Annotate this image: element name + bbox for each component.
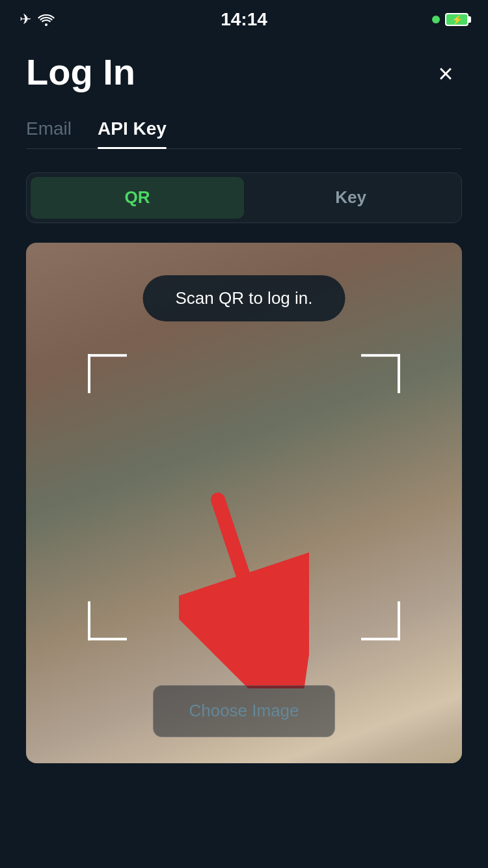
- corner-tl: [88, 354, 127, 393]
- close-button[interactable]: ×: [429, 57, 462, 90]
- page-title: Log In: [26, 52, 135, 92]
- scan-prompt-text: Scan QR to log in.: [176, 288, 313, 308]
- main-content: Log In × Email API Key QR Key Scan QR to…: [0, 39, 488, 763]
- status-bar: ✈ 14:14 ⚡: [0, 0, 488, 39]
- toggle-qr[interactable]: QR: [31, 177, 244, 219]
- status-time: 14:14: [221, 9, 267, 30]
- status-right-icons: ⚡: [432, 13, 468, 26]
- tab-api-key[interactable]: API Key: [98, 118, 167, 148]
- signal-dot: [432, 16, 440, 23]
- svg-marker-3: [218, 636, 270, 682]
- scan-prompt-pill: Scan QR to log in.: [143, 275, 346, 321]
- corner-tr: [361, 354, 400, 393]
- qr-key-toggle: QR Key: [26, 172, 462, 223]
- svg-point-0: [45, 23, 47, 26]
- wifi-icon: [38, 13, 55, 26]
- battery-icon: ⚡: [445, 13, 468, 26]
- toggle-key[interactable]: Key: [244, 177, 457, 219]
- corner-br: [361, 601, 400, 640]
- camera-area: Scan QR to log in. Choose Image: [26, 243, 462, 763]
- tab-email[interactable]: Email: [26, 118, 72, 148]
- airplane-icon: ✈: [20, 11, 31, 28]
- corner-bl: [88, 601, 127, 640]
- svg-line-2: [218, 500, 270, 656]
- choose-image-button[interactable]: Choose Image: [153, 685, 335, 737]
- status-left-icons: ✈: [20, 11, 55, 28]
- title-row: Log In ×: [26, 52, 462, 92]
- charging-bolt: ⚡: [452, 14, 463, 25]
- auth-tabs: Email API Key: [26, 118, 462, 149]
- choose-image-label: Choose Image: [189, 701, 299, 721]
- close-icon: ×: [438, 61, 453, 87]
- red-arrow-icon: [179, 480, 309, 688]
